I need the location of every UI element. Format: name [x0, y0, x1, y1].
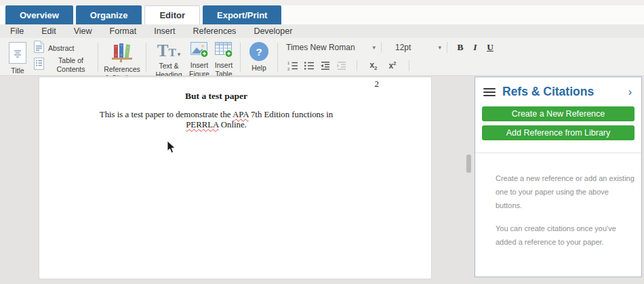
svg-text:1: 1: [287, 61, 290, 65]
italic-button[interactable]: I: [468, 42, 483, 53]
help-label: Help: [251, 64, 266, 73]
insert-table-button[interactable]: Insert Table: [212, 41, 236, 74]
subscript-button[interactable]: x2: [365, 60, 382, 71]
caret-down-icon: ▾: [372, 44, 376, 51]
panel-help-text: Create a new reference or add an existin…: [475, 153, 641, 249]
table-of-contents-icon: [34, 58, 44, 73]
workspace: 2 But a test paper This is a test paper …: [0, 76, 644, 284]
menu-view[interactable]: View: [65, 26, 101, 36]
table-of-contents-button[interactable]: Table of Contents: [34, 56, 94, 73]
document-scrollbar-thumb[interactable]: [466, 155, 471, 173]
main-tab-bar: Overview Organize Editor Export/Print: [0, 5, 644, 24]
menu-file[interactable]: File: [1, 26, 33, 36]
panel-buttons: Create a New Reference Add Reference fro…: [475, 102, 641, 140]
hamburger-menu-icon[interactable]: [483, 88, 496, 96]
menu-developer[interactable]: Developer: [245, 26, 301, 36]
menu-references[interactable]: References: [184, 26, 245, 36]
toolbar-separator: [277, 43, 278, 72]
perrla-editor-window: Overview Organize Editor Export/Print Fi…: [0, 0, 644, 284]
panel-title: Refs & Citations: [502, 85, 627, 99]
font-size-value: 12pt: [395, 43, 411, 52]
underline-button[interactable]: U: [483, 42, 498, 53]
tab-overview[interactable]: Overview: [5, 5, 73, 24]
spellcheck-word: PERRLA: [186, 120, 218, 129]
tab-editor[interactable]: Editor: [144, 5, 200, 24]
panel-help-text-1: Create a new reference or add an existin…: [496, 172, 637, 212]
caret-down-icon: ▾: [438, 44, 441, 51]
bold-button[interactable]: B: [453, 42, 468, 53]
abstract-icon: [34, 41, 44, 56]
decrease-indent-icon[interactable]: [319, 60, 332, 71]
document-page[interactable]: 2 But a test paper This is a test paper …: [39, 77, 432, 279]
toolbar-separator: [381, 42, 382, 53]
collapse-panel-chevron-icon[interactable]: ›: [627, 87, 633, 98]
insert-table-icon: [215, 42, 233, 61]
text-heading-style-button[interactable]: TT▾ Text & Heading Style: [150, 41, 187, 74]
toolbar-separator: [98, 43, 98, 72]
page-content: But a test paper This is a test paper to…: [91, 77, 342, 130]
font-controls: Times New Roman ▾ 12pt ▾ B I U 12: [282, 41, 498, 74]
tab-organize-label: Organize: [90, 10, 128, 20]
insert-figure-icon: [190, 42, 209, 61]
panel-help-text-2: You can create citations once you've add…: [496, 222, 637, 249]
page-number: 2: [375, 79, 380, 89]
toolbar-separator: [240, 43, 241, 72]
help-icon: ?: [249, 42, 268, 61]
toolbar-separator: [409, 60, 409, 71]
insert-figure-button[interactable]: Insert Figure: [187, 41, 212, 74]
bullet-list-icon[interactable]: [302, 60, 316, 71]
abstract-button[interactable]: Abstract: [34, 41, 94, 56]
tab-overview-label: Overview: [20, 10, 59, 20]
help-button[interactable]: ? Help: [245, 41, 273, 74]
font-family-dropdown[interactable]: Times New Roman ▾: [286, 43, 376, 52]
title-page-icon: [9, 42, 26, 66]
tab-editor-label: Editor: [159, 10, 185, 20]
references-citations-button[interactable]: References & Citations: [102, 41, 142, 74]
tab-export-print[interactable]: Export/Print: [203, 5, 281, 24]
tab-organize[interactable]: Organize: [76, 5, 142, 24]
table-of-contents-label: Table of Contents: [48, 56, 94, 73]
create-new-reference-button[interactable]: Create a New Reference: [482, 106, 635, 121]
font-family-value: Times New Roman: [286, 43, 355, 52]
svg-text:2: 2: [287, 66, 290, 70]
superscript-button[interactable]: x2: [384, 60, 401, 70]
front-matter-group: Abstract Table of Contents: [31, 41, 94, 74]
toolbar: Title Page Abstract Table of Contents: [0, 38, 644, 76]
caret-down-icon: ▾: [178, 51, 181, 58]
refs-citations-panel: Refs & Citations › Create a New Referenc…: [475, 77, 642, 277]
title-page-button[interactable]: Title Page: [4, 41, 31, 74]
toolbar-separator: [146, 43, 146, 72]
font-size-dropdown[interactable]: 12pt ▾: [395, 43, 441, 52]
menu-edit[interactable]: Edit: [33, 26, 65, 36]
add-reference-from-library-button[interactable]: Add Reference from Library: [482, 125, 635, 140]
bookshelf-icon: [110, 42, 134, 65]
menu-format[interactable]: Format: [101, 26, 146, 36]
panel-header: Refs & Citations ›: [475, 77, 641, 102]
document-heading: But a test paper: [91, 77, 342, 102]
document-paragraph: This is a test paper to demonstrate the …: [91, 110, 342, 130]
toolbar-separator: [447, 42, 447, 53]
increase-indent-icon[interactable]: [335, 60, 348, 71]
abstract-label: Abstract: [48, 44, 75, 53]
numbered-list-icon[interactable]: 12: [286, 60, 300, 71]
menu-insert[interactable]: Insert: [145, 26, 184, 36]
spellcheck-word: APA: [233, 110, 249, 119]
text-style-icon: TT▾: [157, 42, 181, 62]
menu-bar: File Edit View Format Insert References …: [0, 24, 644, 38]
tab-export-print-label: Export/Print: [217, 10, 267, 20]
toolbar-separator: [357, 60, 357, 71]
